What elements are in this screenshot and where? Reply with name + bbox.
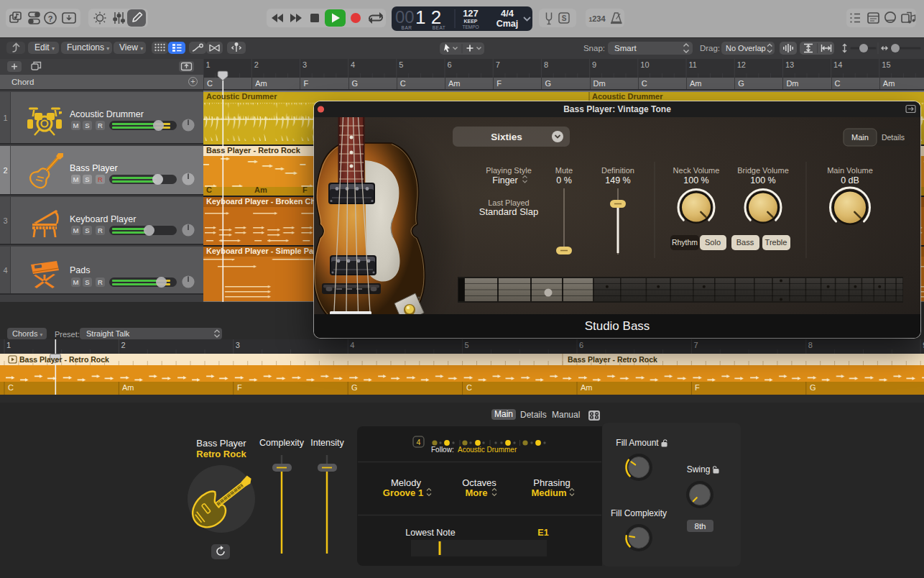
svg-text:Studio Bass: Studio Bass [585,319,650,333]
svg-text:Definition: Definition [601,166,634,175]
svg-text:Fill Complexity: Fill Complexity [611,508,667,518]
svg-text:Medium: Medium [531,487,566,498]
svg-text:Swing: Swing [687,464,711,474]
svg-text:6: 6 [579,341,583,349]
svg-text:100 %: 100 % [683,175,708,185]
svg-text:8th: 8th [695,522,706,531]
svg-text:Rhythm: Rhythm [672,238,698,247]
svg-text:7: 7 [693,341,698,349]
svg-text:Solo: Solo [705,238,721,247]
svg-text:Melody: Melody [391,477,421,488]
svg-text:Groove 1: Groove 1 [383,487,423,498]
svg-text:00: 00 [395,7,415,27]
svg-text:3: 3 [236,341,240,349]
svg-text:Octaves: Octaves [462,477,496,488]
svg-text:S: S [562,14,567,22]
svg-text:Acoustic Drummer: Acoustic Drummer [458,446,517,454]
svg-text:0 %: 0 % [556,175,572,185]
svg-text:Lowest Note: Lowest Note [405,528,456,538]
svg-text:Phrasing: Phrasing [533,477,570,488]
svg-text:100 %: 100 % [750,175,775,185]
svg-text:Cmaj: Cmaj [496,19,519,29]
svg-text:Mute: Mute [555,166,573,175]
svg-text:TEMPO: TEMPO [462,24,479,29]
svg-text:Bridge Volume: Bridge Volume [737,166,789,175]
svg-text:4: 4 [350,341,354,349]
svg-text:Main Volume: Main Volume [827,166,873,175]
svg-text:BEAT: BEAT [433,25,446,30]
svg-text:2: 2 [121,341,125,349]
svg-text:0 dB: 0 dB [841,175,859,185]
svg-text:1: 1 [6,341,11,349]
svg-text:8: 8 [808,341,813,349]
svg-text:Main: Main [851,133,869,142]
svg-text:?: ? [48,14,53,23]
svg-text:Neck Volume: Neck Volume [673,166,720,175]
svg-text:Treble: Treble [765,238,787,247]
svg-text:4/4: 4/4 [501,8,514,19]
svg-text:1234: 1234 [588,14,606,23]
svg-text:4: 4 [417,438,421,446]
svg-text:Follow:: Follow: [431,446,454,454]
svg-text:127: 127 [463,8,479,19]
svg-text:E1: E1 [537,528,548,538]
svg-text:Sixties: Sixties [491,132,522,142]
svg-text:Details: Details [882,133,905,142]
svg-text:Finger: Finger [492,175,517,185]
svg-text:More: More [465,487,487,498]
svg-text:Bass: Bass [736,238,754,247]
svg-text:Fill Amount: Fill Amount [616,438,659,448]
svg-text:149 %: 149 % [605,175,630,185]
svg-text:5: 5 [465,341,469,349]
svg-text:BAR: BAR [402,25,412,30]
svg-text:Playing Style: Playing Style [486,166,532,175]
svg-text:KEEP: KEEP [463,19,477,24]
svg-text:Standard Slap: Standard Slap [479,206,538,217]
